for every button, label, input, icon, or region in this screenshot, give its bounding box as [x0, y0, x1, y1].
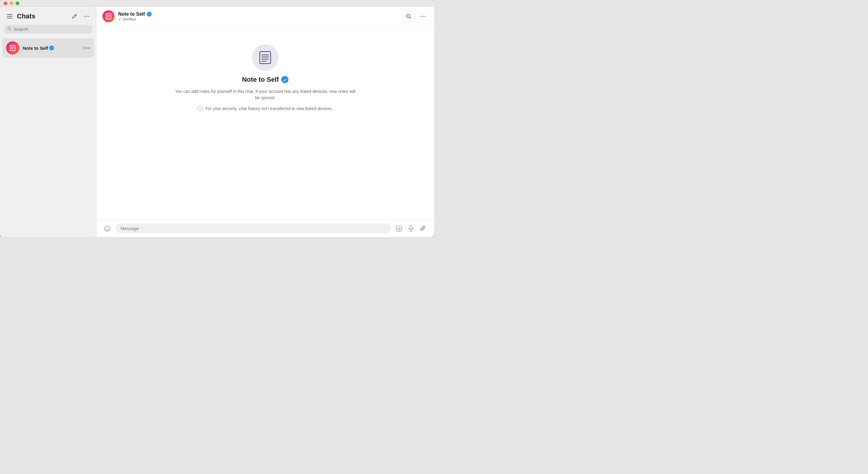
svg-point-26: [108, 228, 108, 228]
message-action-buttons: [394, 224, 428, 233]
message-input-area: [96, 219, 434, 237]
svg-point-4: [86, 16, 87, 17]
chat-item-note-to-self[interactable]: Note to Self ✓ Now: [2, 38, 94, 58]
chat-header-name-row: Note to Self ✓: [118, 11, 400, 17]
svg-rect-28: [410, 226, 412, 230]
intro-name-row: Note to Self: [242, 76, 288, 84]
chat-main: Note to Self ✓ ✓ Verified: [96, 7, 434, 237]
sidebar-title: Chats: [17, 12, 67, 20]
intro-verified-badge: [281, 76, 288, 83]
sidebar-header: Chats: [0, 7, 96, 24]
chat-time: Now: [83, 46, 90, 50]
chat-avatar: [6, 41, 19, 55]
chat-name-row: Note to Self ✓: [23, 46, 79, 51]
search-input[interactable]: [14, 27, 89, 32]
intro-avatar: [252, 44, 278, 71]
chat-header-verified-badge: ✓: [147, 12, 152, 17]
intro-security: i For your security, chat history isn't …: [197, 106, 333, 111]
svg-point-24: [104, 226, 110, 231]
message-input-wrapper[interactable]: [116, 224, 391, 233]
maximize-button[interactable]: [16, 1, 19, 5]
close-button[interactable]: [4, 1, 7, 5]
svg-rect-1: [7, 16, 12, 17]
svg-rect-19: [260, 52, 271, 64]
chat-header-name: Note to Self: [118, 11, 145, 17]
sticker-button[interactable]: [394, 224, 404, 233]
app-body: Chats: [0, 7, 434, 237]
attachment-button[interactable]: [418, 224, 428, 233]
info-icon: i: [197, 106, 203, 111]
chat-header-avatar: [102, 10, 115, 22]
chat-search-button[interactable]: [404, 11, 413, 21]
search-container: [0, 24, 96, 37]
menu-icon[interactable]: [5, 11, 14, 21]
svg-point-18: [425, 16, 426, 17]
search-icon: [7, 27, 11, 32]
verified-label: Verified: [123, 17, 135, 22]
svg-point-25: [106, 228, 107, 228]
sidebar: Chats: [0, 7, 96, 237]
chat-header-actions: [404, 11, 428, 21]
intro-name: Note to Self: [242, 76, 279, 84]
chat-name: Note to Self: [23, 46, 48, 51]
check-icon: ✓: [118, 17, 121, 22]
sidebar-more-button[interactable]: [82, 11, 91, 21]
security-notice: For your security, chat history isn't tr…: [205, 106, 333, 111]
search-wrapper[interactable]: [4, 25, 93, 33]
svg-point-16: [421, 16, 422, 17]
chat-more-button[interactable]: [418, 11, 428, 21]
svg-rect-27: [396, 226, 402, 231]
title-bar: [0, 0, 434, 7]
microphone-button[interactable]: [406, 224, 416, 233]
emoji-button[interactable]: [102, 224, 112, 233]
chat-header-verified-text: ✓ Verified: [118, 17, 400, 22]
svg-point-17: [423, 16, 424, 17]
app-window: Chats: [0, 0, 434, 237]
intro-description: You can add notes for yourself in this c…: [175, 88, 355, 101]
new-chat-button[interactable]: [70, 11, 79, 21]
svg-point-3: [84, 16, 85, 17]
svg-point-5: [88, 16, 89, 17]
svg-rect-2: [7, 18, 12, 19]
svg-rect-0: [7, 14, 12, 15]
message-input[interactable]: [121, 226, 386, 231]
chat-info: Note to Self ✓: [23, 46, 79, 51]
chat-header-info: Note to Self ✓ ✓ Verified: [118, 11, 400, 22]
svg-point-15: [407, 14, 410, 18]
verified-badge: ✓: [49, 46, 54, 50]
chat-intro: Note to Self You can add notes for yours…: [175, 44, 355, 111]
chat-content: Note to Self You can add notes for yours…: [96, 26, 434, 219]
chat-list: Note to Self ✓ Now: [0, 37, 96, 237]
chat-header: Note to Self ✓ ✓ Verified: [96, 7, 434, 26]
minimize-button[interactable]: [10, 1, 13, 5]
